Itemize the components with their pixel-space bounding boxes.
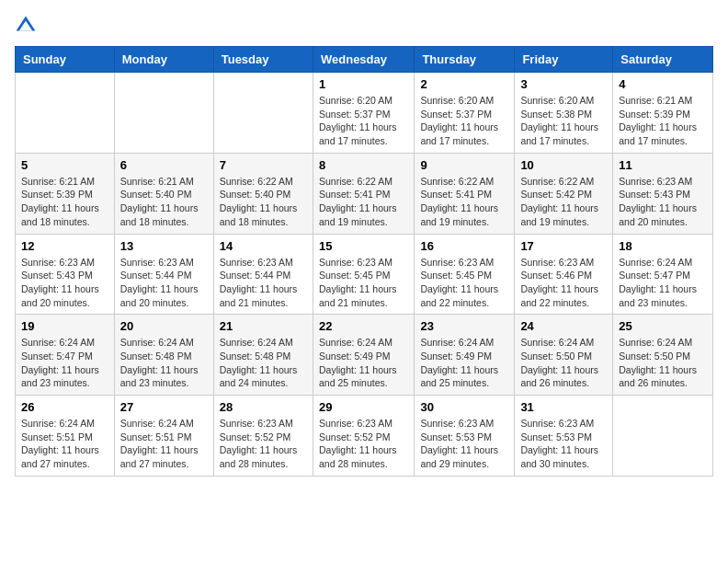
- day-number: 11: [619, 158, 707, 172]
- calendar-cell: 31Sunrise: 6:23 AM Sunset: 5:53 PM Dayli…: [515, 396, 613, 477]
- calendar-week-row: 26Sunrise: 6:24 AM Sunset: 5:51 PM Dayli…: [16, 396, 713, 477]
- day-info: Sunrise: 6:23 AM Sunset: 5:44 PM Dayligh…: [120, 256, 208, 310]
- day-number: 23: [420, 319, 508, 333]
- calendar-cell: 18Sunrise: 6:24 AM Sunset: 5:47 PM Dayli…: [613, 234, 713, 315]
- logo-icon: [15, 15, 37, 37]
- day-info: Sunrise: 6:24 AM Sunset: 5:48 PM Dayligh…: [120, 336, 208, 390]
- calendar-cell: 2Sunrise: 6:20 AM Sunset: 5:37 PM Daylig…: [415, 73, 515, 154]
- day-header-friday: Friday: [515, 47, 613, 73]
- day-info: Sunrise: 6:23 AM Sunset: 5:46 PM Dayligh…: [520, 256, 607, 310]
- day-number: 16: [420, 239, 508, 253]
- day-info: Sunrise: 6:22 AM Sunset: 5:40 PM Dayligh…: [220, 175, 307, 229]
- day-number: 24: [520, 319, 607, 333]
- day-header-wednesday: Wednesday: [313, 47, 414, 73]
- day-info: Sunrise: 6:24 AM Sunset: 5:51 PM Dayligh…: [120, 417, 208, 471]
- day-number: 27: [120, 400, 208, 414]
- day-number: 22: [319, 319, 408, 333]
- calendar-table: SundayMondayTuesdayWednesdayThursdayFrid…: [15, 46, 713, 477]
- calendar-cell: 14Sunrise: 6:23 AM Sunset: 5:44 PM Dayli…: [213, 234, 313, 315]
- day-info: Sunrise: 6:22 AM Sunset: 5:41 PM Dayligh…: [420, 175, 508, 229]
- day-info: Sunrise: 6:24 AM Sunset: 5:47 PM Dayligh…: [21, 336, 108, 390]
- day-header-thursday: Thursday: [415, 47, 515, 73]
- calendar-cell: 26Sunrise: 6:24 AM Sunset: 5:51 PM Dayli…: [16, 396, 115, 477]
- day-info: Sunrise: 6:24 AM Sunset: 5:49 PM Dayligh…: [319, 336, 408, 390]
- calendar-cell: [213, 73, 313, 154]
- day-info: Sunrise: 6:22 AM Sunset: 5:41 PM Dayligh…: [319, 175, 408, 229]
- day-number: 5: [21, 158, 108, 172]
- calendar-cell: 21Sunrise: 6:24 AM Sunset: 5:48 PM Dayli…: [213, 315, 313, 396]
- day-number: 29: [319, 400, 408, 414]
- calendar-cell: 29Sunrise: 6:23 AM Sunset: 5:52 PM Dayli…: [313, 396, 414, 477]
- day-number: 25: [619, 319, 707, 333]
- calendar-cell: 19Sunrise: 6:24 AM Sunset: 5:47 PM Dayli…: [16, 315, 115, 396]
- day-header-saturday: Saturday: [613, 47, 713, 73]
- calendar-cell: 23Sunrise: 6:24 AM Sunset: 5:49 PM Dayli…: [415, 315, 515, 396]
- day-info: Sunrise: 6:23 AM Sunset: 5:53 PM Dayligh…: [520, 417, 607, 471]
- day-number: 21: [220, 319, 307, 333]
- day-info: Sunrise: 6:23 AM Sunset: 5:43 PM Dayligh…: [619, 175, 707, 229]
- calendar-cell: 12Sunrise: 6:23 AM Sunset: 5:43 PM Dayli…: [16, 234, 115, 315]
- day-number: 17: [520, 239, 607, 253]
- calendar-cell: [114, 73, 213, 154]
- logo: [15, 15, 40, 37]
- day-info: Sunrise: 6:20 AM Sunset: 5:38 PM Dayligh…: [520, 94, 607, 148]
- day-number: 2: [420, 77, 508, 91]
- day-info: Sunrise: 6:24 AM Sunset: 5:51 PM Dayligh…: [21, 417, 108, 471]
- calendar-cell: 10Sunrise: 6:22 AM Sunset: 5:42 PM Dayli…: [515, 153, 613, 234]
- day-number: 6: [120, 158, 208, 172]
- day-number: 12: [21, 239, 108, 253]
- calendar-cell: 3Sunrise: 6:20 AM Sunset: 5:38 PM Daylig…: [515, 73, 613, 154]
- calendar-cell: 16Sunrise: 6:23 AM Sunset: 5:45 PM Dayli…: [415, 234, 515, 315]
- day-number: 28: [220, 400, 307, 414]
- calendar-cell: 5Sunrise: 6:21 AM Sunset: 5:39 PM Daylig…: [16, 153, 115, 234]
- day-number: 30: [420, 400, 508, 414]
- page-header: [15, 15, 713, 37]
- day-number: 26: [21, 400, 108, 414]
- calendar-cell: 8Sunrise: 6:22 AM Sunset: 5:41 PM Daylig…: [313, 153, 414, 234]
- day-number: 9: [420, 158, 508, 172]
- day-info: Sunrise: 6:23 AM Sunset: 5:45 PM Dayligh…: [319, 256, 408, 310]
- day-info: Sunrise: 6:23 AM Sunset: 5:52 PM Dayligh…: [319, 417, 408, 471]
- calendar-cell: 7Sunrise: 6:22 AM Sunset: 5:40 PM Daylig…: [213, 153, 313, 234]
- calendar-cell: 27Sunrise: 6:24 AM Sunset: 5:51 PM Dayli…: [114, 396, 213, 477]
- day-number: 10: [520, 158, 607, 172]
- calendar-week-row: 12Sunrise: 6:23 AM Sunset: 5:43 PM Dayli…: [16, 234, 713, 315]
- day-header-sunday: Sunday: [16, 47, 115, 73]
- day-info: Sunrise: 6:22 AM Sunset: 5:42 PM Dayligh…: [520, 175, 607, 229]
- day-number: 4: [619, 77, 707, 91]
- day-number: 7: [220, 158, 307, 172]
- calendar-cell: 9Sunrise: 6:22 AM Sunset: 5:41 PM Daylig…: [415, 153, 515, 234]
- day-number: 19: [21, 319, 108, 333]
- day-info: Sunrise: 6:23 AM Sunset: 5:43 PM Dayligh…: [21, 256, 108, 310]
- calendar-week-row: 1Sunrise: 6:20 AM Sunset: 5:37 PM Daylig…: [16, 73, 713, 154]
- calendar-cell: 30Sunrise: 6:23 AM Sunset: 5:53 PM Dayli…: [415, 396, 515, 477]
- day-number: 15: [319, 239, 408, 253]
- calendar-cell: 20Sunrise: 6:24 AM Sunset: 5:48 PM Dayli…: [114, 315, 213, 396]
- calendar-cell: 28Sunrise: 6:23 AM Sunset: 5:52 PM Dayli…: [213, 396, 313, 477]
- day-info: Sunrise: 6:24 AM Sunset: 5:49 PM Dayligh…: [420, 336, 508, 390]
- calendar-cell: 25Sunrise: 6:24 AM Sunset: 5:50 PM Dayli…: [613, 315, 713, 396]
- day-header-tuesday: Tuesday: [213, 47, 313, 73]
- day-info: Sunrise: 6:20 AM Sunset: 5:37 PM Dayligh…: [319, 94, 408, 148]
- calendar-cell: [16, 73, 115, 154]
- calendar-cell: 24Sunrise: 6:24 AM Sunset: 5:50 PM Dayli…: [515, 315, 613, 396]
- day-info: Sunrise: 6:24 AM Sunset: 5:50 PM Dayligh…: [619, 336, 707, 390]
- day-info: Sunrise: 6:20 AM Sunset: 5:37 PM Dayligh…: [420, 94, 508, 148]
- day-info: Sunrise: 6:24 AM Sunset: 5:47 PM Dayligh…: [619, 256, 707, 310]
- day-info: Sunrise: 6:21 AM Sunset: 5:39 PM Dayligh…: [619, 94, 707, 148]
- calendar-week-row: 19Sunrise: 6:24 AM Sunset: 5:47 PM Dayli…: [16, 315, 713, 396]
- day-number: 14: [220, 239, 307, 253]
- day-info: Sunrise: 6:23 AM Sunset: 5:44 PM Dayligh…: [220, 256, 307, 310]
- day-info: Sunrise: 6:21 AM Sunset: 5:39 PM Dayligh…: [21, 175, 108, 229]
- day-number: 3: [520, 77, 607, 91]
- calendar-cell: 13Sunrise: 6:23 AM Sunset: 5:44 PM Dayli…: [114, 234, 213, 315]
- calendar-cell: 11Sunrise: 6:23 AM Sunset: 5:43 PM Dayli…: [613, 153, 713, 234]
- day-info: Sunrise: 6:24 AM Sunset: 5:50 PM Dayligh…: [520, 336, 607, 390]
- calendar-cell: 22Sunrise: 6:24 AM Sunset: 5:49 PM Dayli…: [313, 315, 414, 396]
- day-info: Sunrise: 6:21 AM Sunset: 5:40 PM Dayligh…: [120, 175, 208, 229]
- calendar-cell: [613, 396, 713, 477]
- day-number: 1: [319, 77, 408, 91]
- calendar-cell: 15Sunrise: 6:23 AM Sunset: 5:45 PM Dayli…: [313, 234, 414, 315]
- calendar-cell: 1Sunrise: 6:20 AM Sunset: 5:37 PM Daylig…: [313, 73, 414, 154]
- day-number: 31: [520, 400, 607, 414]
